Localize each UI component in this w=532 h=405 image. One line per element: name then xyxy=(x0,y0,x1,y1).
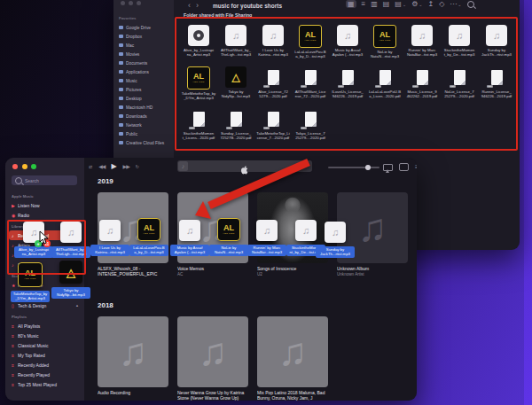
sidebar-row-label: Recently Played xyxy=(18,372,79,378)
forward-button[interactable]: › xyxy=(196,1,204,10)
gallery-view-button[interactable]: ▤ xyxy=(383,0,390,8)
minimize-icon[interactable] xyxy=(22,164,27,169)
album-title: Unknown Album xyxy=(337,266,408,271)
finder-window-title: music for youtube shorts xyxy=(213,3,282,9)
sidebar-row-label: Classical Music xyxy=(18,343,79,348)
finder-sidebar-item[interactable]: Public xyxy=(119,129,172,138)
search-icon[interactable] xyxy=(467,1,474,8)
finder-sidebar-item-label: Movies xyxy=(126,52,139,57)
music-sidebar-row[interactable]: ≡ Classical Music xyxy=(9,340,82,350)
tags-button[interactable]: ◇ xyxy=(439,0,444,8)
music-sidebar-row[interactable]: Apple Music xyxy=(9,192,82,200)
music-sidebar-row[interactable]: ▯ Tech & Design ▲ xyxy=(9,300,82,310)
album-item[interactable]: Mix Pop Latino 2018 Maluma, Bad Bunny, O… xyxy=(257,316,328,401)
album-item[interactable]: Songs of Innocence U2 xyxy=(257,192,328,277)
music-top-icons: ≡ xyxy=(383,163,417,171)
finder-sidebar-item-label: Network xyxy=(126,123,142,128)
album-title: ALSFX_Whoosh_08 - INTENSE_POWERFUL_EPIC xyxy=(98,266,168,276)
search-input[interactable]: Search xyxy=(12,175,77,185)
folder-icon xyxy=(119,105,123,109)
album-art xyxy=(337,192,408,263)
finder-sidebar-item-label: Dropbox xyxy=(126,35,142,39)
finder-sidebar-item-label: Downloads xyxy=(126,114,147,119)
repeat-button[interactable]: ↻ xyxy=(136,164,139,169)
album-title: Songs of Innocence xyxy=(257,266,328,271)
music-sidebar-row[interactable]: ◉ Radio xyxy=(9,210,82,220)
music-sidebar-row[interactable]: ≡ Recently Added xyxy=(9,360,82,370)
finder-sidebar-item-label: Music xyxy=(126,79,137,83)
music-sidebar: Search Apple Music ▶ Listen Now xyxy=(5,158,84,401)
finder-sidebar-item[interactable]: Creative Cloud Files xyxy=(119,138,172,147)
finder-sidebar-item[interactable]: Documents xyxy=(119,58,172,67)
close-icon[interactable] xyxy=(121,1,125,5)
up-next-icon[interactable]: ≡ xyxy=(415,163,417,171)
rewind-button[interactable]: ◀◀ xyxy=(98,163,105,169)
volume-slider[interactable] xyxy=(328,167,379,168)
music-sidebar-row[interactable]: ▶ Listen Now xyxy=(9,200,82,210)
year-header: 2019 xyxy=(98,177,417,185)
album-item[interactable]: Audio Recording xyxy=(98,316,168,401)
finder-sidebar-item[interactable]: Applications xyxy=(119,67,172,76)
album-item[interactable]: Unknown Album Unknown Artist xyxy=(337,192,408,277)
finder-sidebar-item[interactable]: Mac xyxy=(119,41,172,50)
finder-sidebar-item[interactable]: Dropbox xyxy=(119,32,172,41)
sidebar-row-icon: ▶ xyxy=(12,203,18,208)
zoom-icon[interactable] xyxy=(137,1,141,5)
sidebar-row-label: Radio xyxy=(18,213,79,218)
music-sidebar-row[interactable]: Playlists xyxy=(9,313,82,321)
finder-sidebar-item[interactable]: Network xyxy=(119,121,172,129)
fast-forward-button[interactable]: ▶▶ xyxy=(123,163,129,169)
back-button[interactable]: ‹ xyxy=(188,1,196,10)
sidebar-row-label: iTunes Store xyxy=(18,283,79,288)
finder-sidebar-item[interactable]: Music xyxy=(119,76,172,85)
share-button[interactable]: ↥ xyxy=(428,0,434,8)
music-sidebar-row[interactable]: Devices xyxy=(9,292,82,300)
album-title: Mix Pop Latino 2018 Maluma, Bad Bunny, O… xyxy=(257,390,328,401)
play-button[interactable]: ▶ xyxy=(111,162,116,170)
finder-sidebar-item[interactable]: Pictures xyxy=(119,85,172,94)
music-sidebar-row[interactable]: ≡ 80's Music xyxy=(9,331,82,340)
action-menu-button[interactable]: ⚙⌄ xyxy=(411,0,422,8)
music-sidebar-row[interactable]: ≡ Recently Played xyxy=(9,370,82,379)
icon-view-button[interactable]: ▦ xyxy=(346,0,356,8)
lyrics-icon[interactable] xyxy=(399,163,409,171)
minimize-icon[interactable] xyxy=(129,1,133,5)
music-sidebar-row[interactable]: ≡ My Top Rated xyxy=(9,350,82,360)
finder-sidebar-item-label: Google Drive xyxy=(126,26,151,30)
music-library-content: 2019 ALSFX_Whoosh_08 - INTENSE_POWERFUL_… xyxy=(84,174,417,401)
finder-toolbar: ▦ ≡ ▥ ▤ ▤⌄ ⚙⌄ ↥ ◇ ⋯⌄ xyxy=(346,0,474,8)
eject-icon[interactable]: ▲ xyxy=(75,303,79,308)
album-art xyxy=(257,316,328,387)
album-item[interactable]: Never Wanna Grow Up by Katrina Stone (Ne… xyxy=(177,316,248,401)
list-view-button[interactable]: ≡ xyxy=(362,0,366,8)
finder-sidebar-item[interactable]: Macintosh HD xyxy=(119,103,172,112)
column-view-button[interactable]: ▥ xyxy=(371,0,378,8)
more-menu-button[interactable]: ⋯⌄ xyxy=(450,0,461,8)
shuffle-button[interactable]: ⇄ xyxy=(89,164,92,169)
sidebar-row-icon: ≡ xyxy=(12,362,18,368)
music-sidebar-row[interactable]: ★ iTunes Store xyxy=(9,280,82,290)
music-sidebar-row[interactable]: ≡ All Playlists xyxy=(9,321,82,331)
chevron-down-icon: ⌄ xyxy=(458,2,461,7)
finder-sidebar-item[interactable]: Downloads xyxy=(119,112,172,121)
finder-sidebar-item-label: Documents xyxy=(126,61,147,66)
sidebar-row-label: Recently Added xyxy=(18,362,79,368)
finder-sidebar-item-label: Pictures xyxy=(126,88,141,92)
finder-sidebar-item[interactable]: Desktop xyxy=(119,94,172,103)
airplay-icon[interactable] xyxy=(383,164,393,171)
finder-sidebar-item[interactable]: Movies xyxy=(119,50,172,58)
finder-traffic-lights[interactable] xyxy=(121,1,141,5)
finder-sidebar-item[interactable]: Google Drive xyxy=(119,23,172,32)
desktop: Favorites Google Drive Dropbox Mac Movie… xyxy=(0,0,532,405)
music-traffic-lights[interactable] xyxy=(12,164,36,169)
sidebar-row-label: Devices xyxy=(12,294,79,299)
group-menu-button[interactable]: ▤⌄ xyxy=(395,0,406,8)
close-icon[interactable] xyxy=(12,164,18,169)
now-playing-bar: ♪ xyxy=(177,160,312,172)
volume-slider-knob[interactable] xyxy=(365,165,371,170)
zoom-icon[interactable] xyxy=(31,164,36,169)
album-item[interactable]: ALSFX_Whoosh_08 - INTENSE_POWERFUL_EPIC xyxy=(98,192,168,277)
album-item[interactable]: Voice Memos AC xyxy=(177,192,248,277)
music-sidebar-row[interactable]: ≡ Top 25 Most Played xyxy=(9,379,82,389)
finder-sidebar-item-label: Mac xyxy=(126,43,134,48)
